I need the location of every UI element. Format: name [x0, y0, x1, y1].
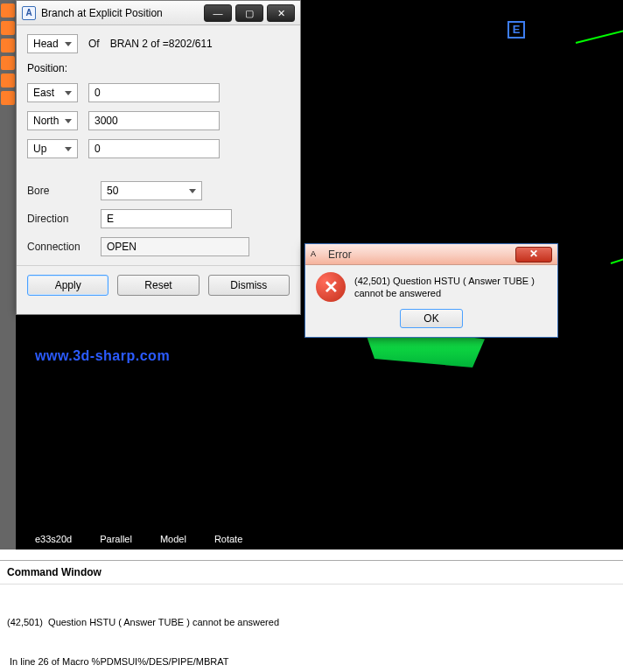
axis-select-east[interactable]: East [27, 83, 78, 102]
error-message-line: cannot be answered [354, 287, 535, 299]
dismiss-button[interactable]: Dismiss [208, 275, 290, 296]
status-item: Model [160, 534, 186, 544]
ok-button[interactable]: OK [400, 309, 463, 328]
maximize-button[interactable]: ▢ [235, 4, 263, 22]
viewport-status-bar: e33s20d Parallel Model Rotate [35, 534, 242, 544]
reset-button[interactable]: Reset [117, 275, 199, 296]
dialog-title: Branch at Explicit Position [41, 7, 199, 19]
command-window: Command Window (42,501) Question HSTU ( … [0, 560, 623, 670]
chevron-down-icon [65, 147, 72, 151]
direction-input[interactable] [101, 209, 232, 228]
branch-name: BRAN 2 of =8202/611 [110, 38, 213, 50]
north-input[interactable] [88, 111, 220, 130]
close-button[interactable]: ✕ [267, 4, 295, 22]
output-line: (42,501) Question HSTU ( Answer TUBE ) c… [7, 616, 616, 629]
of-label: Of [88, 38, 100, 50]
status-item: Rotate [214, 534, 242, 544]
toolbar-icon[interactable] [1, 21, 15, 35]
head-select-value: Head [33, 38, 59, 50]
bore-value: 50 [107, 185, 118, 197]
chevron-down-icon [189, 189, 196, 193]
model-edge [611, 241, 623, 264]
bore-label: Bore [27, 185, 90, 197]
toolbar-icon[interactable] [1, 4, 15, 18]
command-window-title: Command Window [0, 561, 623, 584]
model-edge [576, 12, 623, 44]
output-line: In line 26 of Macro %PDMSUI%/DES/PIPE/MB… [7, 655, 616, 668]
head-select[interactable]: Head [27, 34, 78, 53]
axis-value: North [33, 115, 59, 127]
error-title: Error [328, 248, 510, 261]
axis-value: Up [33, 143, 46, 155]
error-icon: ✕ [316, 272, 346, 302]
bore-select[interactable]: 50 [101, 181, 202, 200]
toolbar-icon[interactable] [1, 38, 15, 52]
watermark-text: www.3d-sharp.com [35, 348, 170, 364]
chevron-down-icon [65, 42, 72, 46]
status-item: Parallel [100, 534, 132, 544]
chevron-down-icon [65, 119, 72, 123]
chevron-down-icon [65, 91, 72, 95]
status-item: e33s20d [35, 534, 72, 544]
axis-select-up[interactable]: Up [27, 139, 78, 158]
left-toolbar [0, 0, 16, 550]
error-message-line: (42,501) Question HSTU ( Answer TUBE ) [354, 275, 535, 287]
dialog-titlebar[interactable]: A Branch at Explicit Position — ▢ ✕ [17, 1, 300, 25]
minimize-button[interactable]: — [204, 4, 232, 22]
east-input[interactable] [88, 83, 220, 102]
error-message: (42,501) Question HSTU ( Answer TUBE ) c… [354, 275, 535, 299]
app-icon: A [311, 248, 323, 261]
branch-dialog: A Branch at Explicit Position — ▢ ✕ Head… [16, 0, 301, 315]
command-window-output[interactable]: (42,501) Question HSTU ( Answer TUBE ) c… [0, 584, 623, 672]
toolbar-icon[interactable] [1, 56, 15, 70]
error-titlebar[interactable]: A Error ✕ [305, 244, 557, 265]
up-input[interactable] [88, 139, 220, 158]
connection-input[interactable] [101, 237, 249, 256]
direction-label: Direction [27, 213, 90, 225]
axis-select-north[interactable]: North [27, 111, 78, 130]
close-button[interactable]: ✕ [515, 247, 552, 262]
connection-label: Connection [27, 241, 90, 253]
error-dialog: A Error ✕ ✕ (42,501) Question HSTU ( Ans… [304, 243, 558, 338]
apply-button[interactable]: Apply [27, 275, 108, 296]
axis-value: East [33, 87, 54, 99]
toolbar-icon[interactable] [1, 74, 15, 88]
orientation-east-badge: E [508, 21, 525, 38]
app-icon: A [22, 6, 36, 20]
position-label: Position: [27, 62, 290, 74]
toolbar-icon[interactable] [1, 91, 15, 105]
